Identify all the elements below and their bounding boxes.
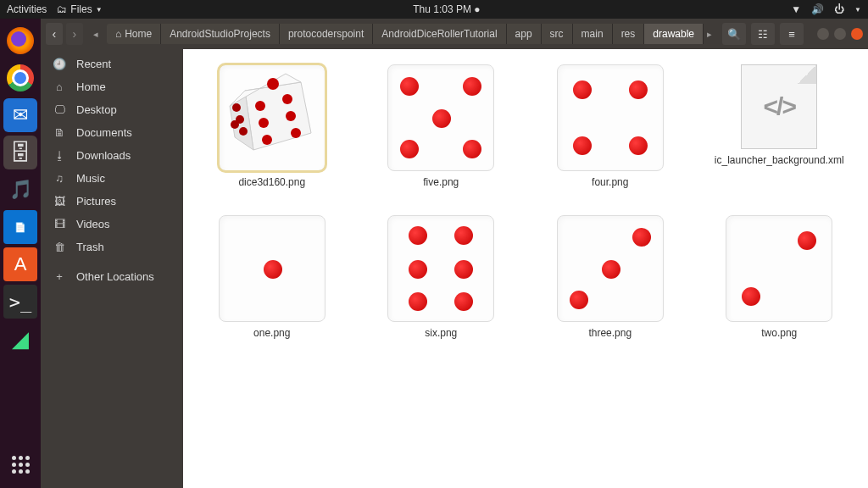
- sidebar-item-label: Home: [76, 80, 106, 93]
- svg-point-8: [262, 135, 272, 145]
- sidebar-item-music[interactable]: ♫Music: [41, 167, 183, 190]
- file-label: one.png: [253, 327, 290, 339]
- chrome-icon: [7, 64, 34, 92]
- path-end-icon: ▸: [707, 29, 712, 40]
- crumb-4[interactable]: app: [507, 24, 542, 44]
- mail-icon: ✉: [13, 104, 28, 126]
- sidebar-item-label: Other Locations: [76, 270, 154, 283]
- shopping-bag-icon: A: [14, 253, 27, 275]
- file-label: two.png: [761, 327, 797, 339]
- sidebar-item-trash[interactable]: 🗑Trash: [41, 236, 183, 258]
- list-icon: ☷: [758, 28, 768, 41]
- clock-icon: 🕘: [53, 58, 66, 70]
- launcher-android-studio[interactable]: ◢: [3, 322, 37, 356]
- svg-point-6: [259, 118, 269, 128]
- file-label: dice3d160.png: [238, 176, 305, 188]
- home-icon: ⌂: [115, 28, 121, 40]
- sidebar-item-label: Pictures: [76, 195, 116, 208]
- launcher-dock: ✉ 🗄 🎵 📄 A >_ ◢: [0, 19, 41, 488]
- sidebar-item-label: Trash: [76, 241, 104, 253]
- file-thumbnail: [219, 215, 326, 322]
- content-area[interactable]: dice3d160.png five.png four.png </> ic_l…: [183, 49, 868, 488]
- chevron-down-icon[interactable]: ▼: [854, 6, 861, 14]
- desktop-icon: 🖵: [53, 103, 66, 116]
- file-item[interactable]: one.png: [192, 215, 353, 339]
- view-toggle-button[interactable]: ☷: [751, 23, 775, 45]
- breadcrumb: ⌂Home AndroidStudioProjects protocodersp…: [107, 24, 704, 44]
- launcher-files[interactable]: 🗄: [3, 136, 37, 169]
- crumb-6[interactable]: main: [573, 24, 613, 44]
- file-item[interactable]: five.png: [361, 64, 522, 188]
- crumb-1[interactable]: AndroidStudioProjects: [161, 24, 280, 44]
- sidebar-item-other-locations[interactable]: +Other Locations: [41, 265, 183, 288]
- back-button[interactable]: ‹: [46, 23, 63, 45]
- sidebar-item-pictures[interactable]: 🖼Pictures: [41, 190, 183, 213]
- file-item[interactable]: </> ic_launcher_background.xml: [699, 64, 860, 188]
- file-label: ic_launcher_background.xml: [715, 154, 844, 166]
- search-button[interactable]: 🔍: [722, 23, 746, 45]
- activities-button[interactable]: Activities: [7, 3, 47, 15]
- download-icon: ⭳: [53, 149, 66, 162]
- plus-icon: +: [53, 270, 66, 283]
- launcher-writer[interactable]: 📄: [3, 210, 37, 244]
- launcher-firefox[interactable]: [3, 24, 37, 58]
- svg-point-4: [255, 101, 265, 111]
- launcher-rhythmbox[interactable]: 🎵: [3, 173, 37, 207]
- launcher-thunderbird[interactable]: ✉: [3, 98, 37, 132]
- apps-grid-icon: [12, 456, 30, 474]
- files-window: ‹ › ◂ ⌂Home AndroidStudioProjects protoc…: [41, 19, 868, 488]
- file-thumbnail: [387, 215, 494, 322]
- file-item[interactable]: three.png: [530, 215, 691, 339]
- sidebar-item-label: Music: [76, 172, 105, 185]
- launcher-software[interactable]: A: [3, 247, 37, 281]
- file-grid: dice3d160.png five.png four.png </> ic_l…: [192, 64, 860, 339]
- sidebar-item-documents[interactable]: 🗎Documents: [41, 121, 183, 144]
- crumb-3[interactable]: AndroidDiceRollerTutorial: [373, 24, 506, 44]
- launcher-terminal[interactable]: >_: [3, 285, 37, 319]
- crumb-home[interactable]: ⌂Home: [107, 24, 161, 44]
- crumb-8[interactable]: drawable: [644, 24, 704, 44]
- launcher-chrome[interactable]: [3, 61, 37, 95]
- app-menu-label: Files: [70, 3, 92, 15]
- clock[interactable]: Thu 1:03 PM ●: [413, 3, 480, 15]
- minimize-button[interactable]: [817, 28, 829, 40]
- path-start-icon: ◂: [93, 29, 98, 40]
- close-button[interactable]: [851, 28, 863, 40]
- chevron-down-icon: ▼: [96, 6, 103, 14]
- sidebar-item-label: Desktop: [76, 103, 117, 116]
- power-icon[interactable]: ⏻: [834, 3, 844, 15]
- launcher-show-apps[interactable]: [3, 447, 37, 481]
- network-icon[interactable]: ▼: [791, 3, 801, 15]
- file-thumbnail: [557, 215, 664, 322]
- sidebar-item-label: Downloads: [76, 149, 131, 162]
- file-item[interactable]: six.png: [361, 215, 522, 339]
- chevron-right-icon: ›: [72, 27, 76, 41]
- sidebar-item-videos[interactable]: 🎞Videos: [41, 213, 183, 236]
- sidebar-item-recent[interactable]: 🕘Recent: [41, 53, 183, 75]
- sidebar-item-desktop[interactable]: 🖵Desktop: [41, 98, 183, 121]
- music-icon: ♫: [53, 172, 66, 185]
- files-icon: 🗂: [57, 3, 67, 15]
- crumb-home-label: Home: [125, 28, 152, 40]
- sidebar-item-home[interactable]: ⌂Home: [41, 75, 183, 98]
- maximize-button[interactable]: [834, 28, 846, 40]
- firefox-icon: [7, 27, 34, 54]
- hamburger-button[interactable]: ≡: [780, 23, 804, 45]
- sidebar-item-label: Documents: [76, 126, 132, 139]
- forward-button[interactable]: ›: [66, 23, 83, 45]
- sidebar-item-downloads[interactable]: ⭳Downloads: [41, 144, 183, 167]
- crumb-5[interactable]: src: [542, 24, 573, 44]
- file-item[interactable]: dice3d160.png: [192, 64, 353, 188]
- sidebar-item-label: Recent: [76, 58, 111, 70]
- crumb-7[interactable]: res: [613, 24, 645, 44]
- volume-icon[interactable]: 🔊: [811, 3, 824, 15]
- file-item[interactable]: two.png: [699, 215, 860, 339]
- sidebar: 🕘Recent ⌂Home 🖵Desktop 🗎Documents ⭳Downl…: [41, 49, 183, 488]
- file-item[interactable]: four.png: [530, 64, 691, 188]
- svg-point-12: [239, 127, 248, 136]
- sidebar-item-label: Videos: [76, 218, 110, 230]
- crumb-2[interactable]: protocoderspoint: [280, 24, 373, 44]
- home-icon: ⌂: [53, 80, 66, 93]
- app-menu[interactable]: 🗂 Files ▼: [57, 3, 102, 15]
- music-icon: 🎵: [9, 179, 32, 201]
